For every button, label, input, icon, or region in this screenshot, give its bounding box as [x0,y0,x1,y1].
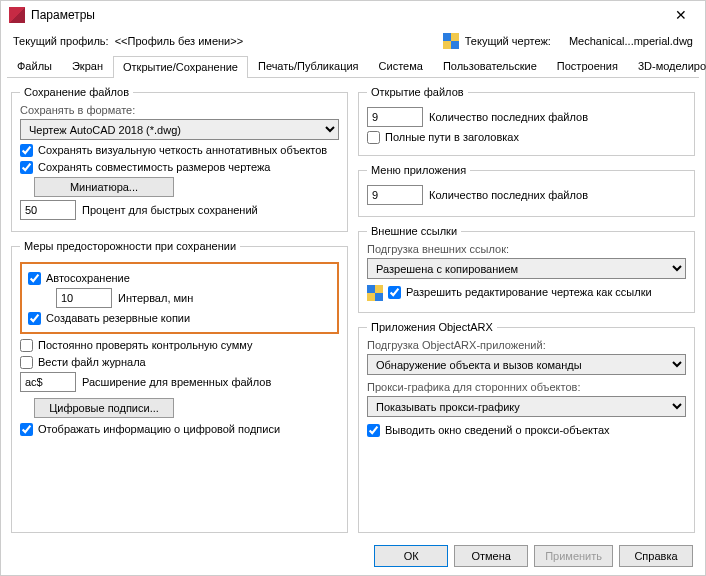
incremental-save-pct[interactable] [20,200,76,220]
autosave-interval-label: Интервал, мин [118,292,193,304]
apply-button[interactable]: Применить [534,545,613,567]
left-column: Сохранение файлов Сохранять в формате: Ч… [11,86,348,533]
cancel-button[interactable]: Отмена [454,545,528,567]
appmenu-recent-label: Количество последних файлов [429,189,588,201]
legend-objectarx: Приложения ObjectARX [367,321,497,333]
proxy-graphics-label: Прокси-графика для сторонних объектов: [367,381,686,393]
proxy-graphics-select[interactable]: Показывать прокси-графику [367,396,686,417]
svg-rect-4 [367,285,375,293]
group-file-open: Открытие файлов Количество последних фай… [358,86,695,156]
tab-system[interactable]: Система [369,55,433,77]
group-xrefs: Внешние ссылки Подгрузка внешних ссылок:… [358,225,695,313]
tab-strip: Файлы Экран Открытие/Сохранение Печать/П… [7,55,699,78]
save-format-select[interactable]: Чертеж AutoCAD 2018 (*.dwg) [20,119,339,140]
recent-files-count[interactable] [367,107,423,127]
window-title: Параметры [31,8,665,22]
chk-autosave-label: Автосохранение [46,271,331,285]
current-profile-value: <<Профиль без имени>> [115,35,243,47]
legend-xrefs: Внешние ссылки [367,225,461,237]
tab-drafting[interactable]: Построения [547,55,628,77]
svg-rect-3 [451,41,459,49]
chk-full-path-title-label: Полные пути в заголовках [385,130,686,144]
legend-file-save: Сохранение файлов [20,86,133,98]
xref-load-select[interactable]: Разрешена с копированием [367,258,686,279]
svg-rect-2 [443,41,451,49]
tab-user[interactable]: Пользовательские [433,55,547,77]
group-file-save: Сохранение файлов Сохранять в формате: Ч… [11,86,348,232]
chk-xref-edit-label: Разрешить редактирование чертежа как ссы… [406,285,686,299]
legend-safety: Меры предосторожности при сохранении [20,240,240,252]
tab-3d[interactable]: 3D-моделирова [628,55,706,77]
save-format-label: Сохранять в формате: [20,104,339,116]
chk-size-compat[interactable] [20,161,33,174]
arx-demand-select[interactable]: Обнаружение объекта и вызов команды [367,354,686,375]
xref-load-label: Подгрузка внешних ссылок: [367,243,686,255]
chk-backup[interactable] [28,312,41,325]
thumbnail-button[interactable]: Миниатюра... [34,177,174,197]
arx-demand-label: Подгрузка ObjectARX-приложений: [367,339,686,351]
chk-backup-label: Создавать резервные копии [46,311,331,325]
svg-rect-1 [451,33,459,41]
tempfile-ext-input[interactable] [20,372,76,392]
drawing-icon [367,285,383,301]
titlebar: Параметры ✕ [1,1,705,29]
svg-rect-6 [367,293,375,301]
ok-button[interactable]: ОК [374,545,448,567]
chk-show-signature-label: Отображать информацию о цифровой подписи [38,422,339,436]
svg-rect-0 [443,33,451,41]
autosave-interval-input[interactable] [56,288,112,308]
close-icon[interactable]: ✕ [665,7,697,23]
legend-app-menu: Меню приложения [367,164,470,176]
chk-crc-label: Постоянно проверять контрольную сумму [38,338,339,352]
digital-signatures-button[interactable]: Цифровые подписи... [34,398,174,418]
options-dialog: Параметры ✕ Текущий профиль: <<Профиль б… [0,0,706,576]
chk-show-signature[interactable] [20,423,33,436]
dialog-buttons: ОК Отмена Применить Справка [1,537,705,575]
chk-proxy-info-label: Выводить окно сведений о прокси-объектах [385,423,686,437]
chk-autosave[interactable] [28,272,41,285]
legend-file-open: Открытие файлов [367,86,468,98]
appmenu-recent-count[interactable] [367,185,423,205]
group-app-menu: Меню приложения Количество последних фай… [358,164,695,217]
tempfile-ext-label: Расширение для временных файлов [82,376,271,388]
right-column: Открытие файлов Количество последних фай… [358,86,695,533]
recent-files-label: Количество последних файлов [429,111,588,123]
chk-annot-visual[interactable] [20,144,33,157]
app-icon [9,7,25,23]
chk-crc[interactable] [20,339,33,352]
incremental-save-label: Процент для быстрых сохранений [82,204,258,216]
current-profile-label: Текущий профиль: [13,35,109,47]
group-safety: Меры предосторожности при сохранении Авт… [11,240,348,533]
chk-size-compat-label: Сохранять совместимость размеров чертежа [38,160,339,174]
chk-proxy-info[interactable] [367,424,380,437]
drawing-icon [443,33,459,49]
svg-rect-7 [375,293,383,301]
help-button[interactable]: Справка [619,545,693,567]
tab-files[interactable]: Файлы [7,55,62,77]
svg-rect-5 [375,285,383,293]
chk-logfile-label: Вести файл журнала [38,355,339,369]
chk-logfile[interactable] [20,356,33,369]
group-objectarx: Приложения ObjectARX Подгрузка ObjectARX… [358,321,695,533]
content-area: Сохранение файлов Сохранять в формате: Ч… [1,78,705,537]
tab-screen[interactable]: Экран [62,55,113,77]
profile-row: Текущий профиль: <<Профиль без имени>> Т… [1,29,705,55]
current-drawing-value: Mechanical...mperial.dwg [569,35,693,47]
tab-print[interactable]: Печать/Публикация [248,55,369,77]
current-drawing-label: Текущий чертеж: [465,35,551,47]
chk-annot-visual-label: Сохранять визуальную четкость аннотативн… [38,143,339,157]
autosave-highlight: Автосохранение Интервал, мин Создавать р… [20,262,339,334]
chk-full-path-title[interactable] [367,131,380,144]
chk-xref-edit[interactable] [388,286,401,299]
tab-open-save[interactable]: Открытие/Сохранение [113,56,248,78]
